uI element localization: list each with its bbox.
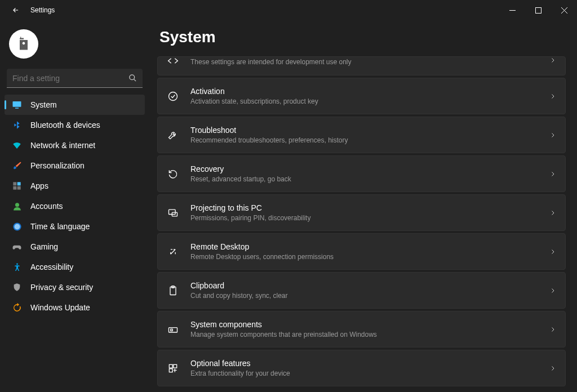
card-developer[interactable]: These settings are intended for developm… xyxy=(157,56,566,75)
card-title: Troubleshoot xyxy=(190,125,543,135)
nav-list: System Bluetooth & devices Network & int… xyxy=(5,95,145,318)
wifi-icon xyxy=(11,140,23,151)
nav-label: Personalization xyxy=(30,161,85,170)
card-title: Recovery xyxy=(190,164,543,174)
apps-icon xyxy=(11,180,23,191)
nav-item-apps[interactable]: Apps xyxy=(5,176,145,196)
card-title: Activation xyxy=(190,86,543,96)
bluetooth-icon xyxy=(11,119,23,131)
nav-label: Windows Update xyxy=(30,303,90,312)
nav-item-accessibility[interactable]: Accessibility xyxy=(5,257,145,277)
page-title: System xyxy=(159,28,568,46)
nav-item-gaming[interactable]: Gaming xyxy=(5,237,145,257)
svg-rect-5 xyxy=(13,182,16,185)
settings-list: These settings are intended for developm… xyxy=(157,56,568,386)
svg-point-2 xyxy=(130,75,135,80)
card-system-components[interactable]: System componentsManage system component… xyxy=(157,311,566,348)
nav-item-windows-update[interactable]: Windows Update xyxy=(5,297,145,318)
chevron-right-icon xyxy=(549,132,556,139)
card-optional-features[interactable]: Optional featuresExtra functionality for… xyxy=(157,350,566,386)
card-subtitle: Cut and copy history, sync, clear xyxy=(190,291,543,300)
projecting-icon xyxy=(167,207,179,219)
chevron-right-icon xyxy=(549,365,556,372)
nav-item-network[interactable]: Network & internet xyxy=(5,135,145,155)
nav-label: Gaming xyxy=(30,242,58,251)
nav-label: Accounts xyxy=(30,202,63,211)
svg-rect-1 xyxy=(535,7,541,13)
code-icon xyxy=(167,56,179,67)
card-title: Clipboard xyxy=(190,280,543,291)
nav-label: System xyxy=(30,100,57,109)
svg-rect-19 xyxy=(169,364,172,368)
search-box[interactable] xyxy=(7,69,143,88)
card-subtitle: Permissions, pairing PIN, discoverabilit… xyxy=(190,213,543,222)
close-button[interactable] xyxy=(551,1,577,19)
svg-point-12 xyxy=(169,92,177,100)
nav-label: Bluetooth & devices xyxy=(30,121,100,130)
svg-rect-6 xyxy=(17,182,21,185)
display-icon xyxy=(11,99,23,110)
nav-item-personalization[interactable]: Personalization xyxy=(5,155,145,176)
sidebar: System Bluetooth & devices Network & int… xyxy=(0,20,149,392)
card-title: Remote Desktop xyxy=(190,242,543,252)
check-circle-icon xyxy=(167,90,179,103)
nav-label: Apps xyxy=(30,181,48,190)
card-subtitle: Remote Desktop users, connection permiss… xyxy=(190,252,543,261)
card-remote-desktop[interactable]: Remote DesktopRemote Desktop users, conn… xyxy=(157,233,566,270)
card-projecting[interactable]: Projecting to this PCPermissions, pairin… xyxy=(157,194,566,231)
chevron-right-icon xyxy=(549,326,556,333)
wrench-icon xyxy=(167,129,179,141)
nav-label: Accessibility xyxy=(30,262,73,271)
features-icon xyxy=(167,362,179,375)
nav-item-time-language[interactable]: Time & language xyxy=(5,216,145,237)
card-subtitle: These settings are intended for developm… xyxy=(190,57,543,66)
svg-rect-18 xyxy=(171,329,172,331)
nav-label: Network & internet xyxy=(30,141,95,150)
chevron-right-icon xyxy=(549,93,556,100)
svg-point-9 xyxy=(15,203,19,207)
card-subtitle: Reset, advanced startup, go back xyxy=(190,175,543,184)
gamepad-icon xyxy=(11,241,23,252)
card-subtitle: Recommended troubleshooters, preferences… xyxy=(190,136,543,145)
avatar[interactable] xyxy=(9,29,38,59)
back-button[interactable] xyxy=(8,2,24,18)
chevron-right-icon xyxy=(549,171,556,177)
card-activation[interactable]: ActivationActivation state, subscription… xyxy=(157,78,566,114)
globe-clock-icon xyxy=(11,221,23,232)
svg-rect-7 xyxy=(13,186,16,190)
components-icon xyxy=(167,323,179,336)
chevron-right-icon xyxy=(549,57,556,64)
svg-rect-8 xyxy=(17,186,21,190)
accessibility-icon xyxy=(11,261,23,273)
svg-rect-0 xyxy=(509,10,516,11)
search-icon xyxy=(128,74,137,82)
card-title: Optional features xyxy=(190,358,543,368)
svg-rect-21 xyxy=(169,368,172,372)
nav-item-bluetooth[interactable]: Bluetooth & devices xyxy=(5,115,145,135)
card-clipboard[interactable]: ClipboardCut and copy history, sync, cle… xyxy=(157,272,566,309)
maximize-button[interactable] xyxy=(525,1,551,19)
svg-rect-3 xyxy=(13,101,21,107)
nav-item-accounts[interactable]: Accounts xyxy=(5,196,145,216)
svg-rect-17 xyxy=(169,327,177,332)
nav-label: Privacy & security xyxy=(30,283,93,292)
clipboard-icon xyxy=(167,284,179,297)
brush-icon xyxy=(11,160,23,171)
chevron-right-icon xyxy=(549,248,556,255)
card-troubleshoot[interactable]: TroubleshootRecommended troubleshooters,… xyxy=(157,117,566,153)
card-title: Projecting to this PC xyxy=(190,203,543,213)
person-icon xyxy=(11,201,23,212)
shield-icon xyxy=(11,282,23,293)
nav-label: Time & language xyxy=(30,222,90,231)
search-input[interactable] xyxy=(12,74,128,83)
chevron-right-icon xyxy=(549,210,556,216)
nav-item-privacy[interactable]: Privacy & security xyxy=(5,277,145,297)
svg-rect-20 xyxy=(174,364,177,368)
update-icon xyxy=(11,302,23,313)
svg-point-11 xyxy=(16,263,18,265)
nav-item-system[interactable]: System xyxy=(5,95,145,115)
card-recovery[interactable]: RecoveryReset, advanced startup, go back xyxy=(157,155,566,192)
card-subtitle: Extra functionality for your device xyxy=(190,369,543,378)
minimize-button[interactable] xyxy=(499,1,525,19)
card-subtitle: Manage system components that are preins… xyxy=(190,330,543,339)
